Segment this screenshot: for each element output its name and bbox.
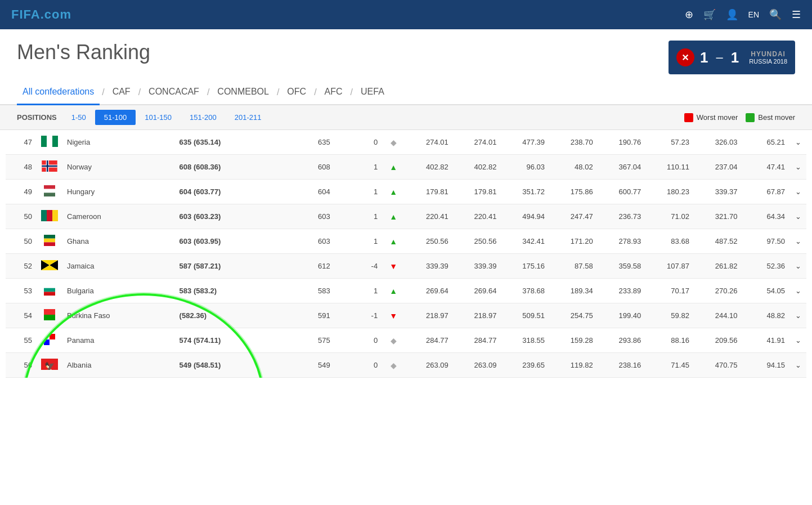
language-selector[interactable]: EN — [748, 10, 759, 19]
rank-number: 54 — [6, 303, 37, 328]
country-name[interactable]: Norway — [62, 155, 175, 180]
tab-conmebol[interactable]: CONMEBOL — [212, 80, 275, 105]
col7: 244.10 — [694, 303, 742, 328]
menu-icon[interactable]: ☰ — [792, 8, 801, 21]
svg-rect-10 — [44, 193, 55, 196]
best-mover-indicator: Best mover — [746, 113, 795, 122]
rank-number: 50 — [6, 229, 37, 254]
fifa-logo[interactable]: FIFA.com — [11, 7, 71, 22]
tab-uefa[interactable]: UEFA — [355, 80, 390, 105]
flag-cell — [37, 254, 62, 279]
col4: 171.20 — [549, 229, 598, 254]
cart-icon[interactable]: 🛒 — [703, 8, 716, 21]
svg-rect-24 — [44, 309, 55, 315]
flag-cell — [37, 328, 62, 353]
country-name[interactable]: Nigeria — [62, 130, 175, 155]
svg-rect-16 — [44, 242, 55, 246]
tab-ofc[interactable]: OFC — [281, 80, 312, 105]
col2: 339.39 — [453, 254, 501, 279]
direction-indicator: ◆ — [382, 130, 405, 155]
expand-button[interactable]: ⌄ — [789, 328, 806, 353]
positions-label: POSITIONS — [17, 113, 57, 122]
col2: 263.09 — [453, 353, 501, 378]
table-row: 55 Panama 574 (574.11) 575 0 ◆ 284.77 28… — [6, 328, 806, 353]
globe-icon[interactable]: ⊕ — [685, 8, 693, 21]
expand-button[interactable]: ⌄ — [789, 155, 806, 180]
col2: 269.64 — [453, 279, 501, 303]
col6: 110.11 — [645, 155, 694, 180]
tab-51-100[interactable]: 51-100 — [95, 110, 136, 125]
col5: 293.86 — [598, 328, 646, 353]
arrow-up-icon: ▲ — [389, 287, 397, 296]
change-value: 1 — [335, 155, 382, 180]
user-icon[interactable]: 👤 — [726, 8, 738, 21]
arrow-neutral-icon: ◆ — [391, 361, 397, 370]
country-name[interactable]: Ghana — [62, 229, 175, 254]
direction-indicator: ▲ — [382, 180, 405, 204]
country-name[interactable]: Hungary — [62, 180, 175, 204]
col8: 64.34 — [742, 204, 790, 229]
rank-number: 52 — [6, 254, 37, 279]
tab-caf[interactable]: CAF — [107, 80, 136, 105]
expand-button[interactable]: ⌄ — [789, 130, 806, 155]
arrow-down-icon: ▼ — [389, 262, 397, 271]
country-name[interactable]: Panama — [62, 328, 175, 353]
worst-mover-indicator: Worst mover — [684, 113, 738, 122]
expand-button[interactable]: ⌄ — [789, 303, 806, 328]
direction-indicator: ▲ — [382, 229, 405, 254]
country-name[interactable]: Jamaica — [62, 254, 175, 279]
expand-button[interactable]: ⌄ — [789, 204, 806, 229]
expand-button[interactable]: ⌄ — [789, 254, 806, 279]
svg-rect-23 — [44, 292, 55, 296]
expand-button[interactable]: ⌄ — [789, 180, 806, 204]
tab-afc[interactable]: AFC — [319, 80, 348, 105]
tab-201-211[interactable]: 201-211 — [226, 110, 271, 125]
points-cell: 604 (603.77) — [175, 180, 288, 204]
table-row: 56 🦅 Albania 549 (548.51) 549 0 ◆ 263.09… — [6, 353, 806, 378]
col7: 237.04 — [694, 155, 742, 180]
expand-button[interactable]: ⌄ — [789, 353, 806, 378]
col2: 250.56 — [453, 229, 501, 254]
country-name[interactable]: Cameroon — [62, 204, 175, 229]
change-value: 0 — [335, 353, 382, 378]
col5: 359.58 — [598, 254, 646, 279]
match-banner[interactable]: ✕ 1 – 1 HYUNDAI RUSSIA 2018 — [669, 41, 795, 74]
tab-1-50[interactable]: 1-50 — [62, 110, 95, 125]
prev-points: 591 — [287, 303, 334, 328]
col6: 71.45 — [645, 353, 694, 378]
tab-151-200[interactable]: 151-200 — [181, 110, 226, 125]
page-header: Men's Ranking ✕ 1 – 1 HYUNDAI RUSSIA 201… — [0, 29, 812, 80]
col2: 274.01 — [453, 130, 501, 155]
table-row: 53 Bulgaria 583 (583.2) 583 1 ▲ 269.64 2… — [6, 279, 806, 303]
flag-cell — [37, 229, 62, 254]
expand-button[interactable]: ⌄ — [789, 279, 806, 303]
header-icons: ⊕ 🛒 👤 EN 🔍 ☰ — [685, 8, 801, 21]
col4: 175.86 — [549, 180, 598, 204]
col3: 318.55 — [501, 328, 549, 353]
tab-101-150[interactable]: 101-150 — [136, 110, 181, 125]
col4: 48.02 — [549, 155, 598, 180]
points-cell: 603 (603.23) — [175, 204, 288, 229]
col8: 41.91 — [742, 328, 790, 353]
prev-points: 608 — [287, 155, 334, 180]
col1: 402.82 — [405, 155, 453, 180]
country-name[interactable]: Albania — [62, 353, 175, 378]
direction-indicator: ◆ — [382, 353, 405, 378]
col8: 67.87 — [742, 180, 790, 204]
tab-concacaf[interactable]: CONCACAF — [143, 80, 205, 105]
rankings-table: 47 Nigeria 635 (635.14) 635 0 ◆ 274.01 2… — [6, 130, 806, 378]
col1: 274.01 — [405, 130, 453, 155]
col1: 284.77 — [405, 328, 453, 353]
col3: 351.72 — [501, 180, 549, 204]
position-bar: POSITIONS 1-50 51-100 101-150 151-200 20… — [0, 105, 812, 130]
col6: 59.82 — [645, 303, 694, 328]
svg-rect-9 — [44, 189, 55, 193]
search-icon[interactable]: 🔍 — [769, 8, 782, 21]
table-row: 50 Ghana 603 (603.95) 603 1 ▲ 250.56 250… — [6, 229, 806, 254]
direction-indicator: ▲ — [382, 279, 405, 303]
country-name[interactable]: Bulgaria — [62, 279, 175, 303]
tab-all-confederations[interactable]: All confederations — [17, 80, 100, 105]
expand-button[interactable]: ⌄ — [789, 229, 806, 254]
event-label: RUSSIA 2018 — [749, 58, 787, 65]
country-name[interactable]: Burkina Faso — [62, 303, 175, 328]
